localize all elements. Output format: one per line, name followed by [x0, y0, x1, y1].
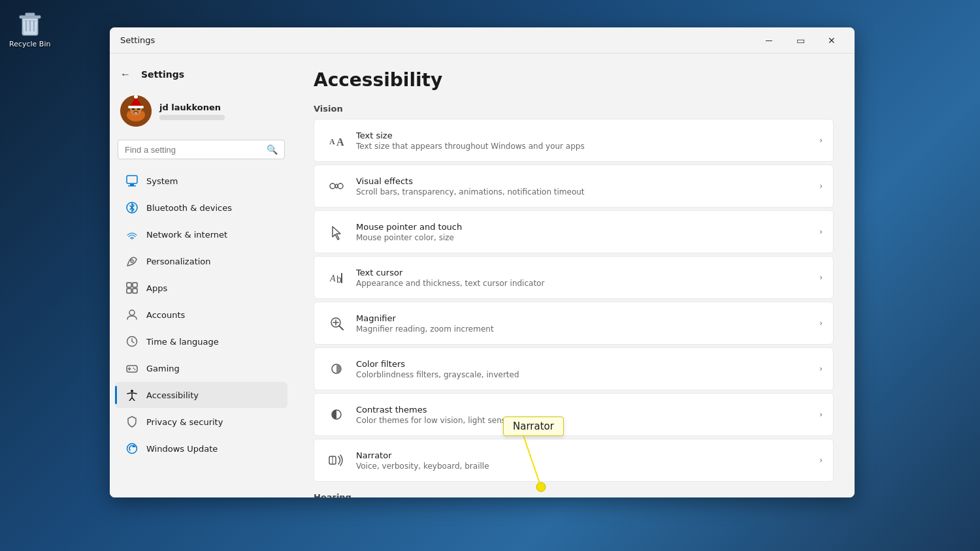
sidebar-item-bluetooth[interactable]: Bluetooth & devices	[115, 195, 287, 221]
sidebar-item-accounts[interactable]: Accounts	[115, 302, 287, 328]
sidebar-item-gaming[interactable]: Gaming	[115, 355, 287, 381]
maximize-button[interactable]: ▭	[785, 30, 815, 51]
user-profile[interactable]: jd laukkonen	[110, 90, 293, 137]
sidebar-item-label-time: Time & language	[146, 337, 219, 347]
bluetooth-icon	[125, 201, 139, 214]
back-button[interactable]: ←	[115, 64, 136, 85]
text-size-text: Text size Text size that appears through…	[356, 131, 814, 151]
sidebar: ← Settings	[110, 54, 293, 497]
svg-rect-16	[128, 106, 144, 108]
nav-list: System Bluetooth & devices	[110, 167, 293, 462]
setting-visual-effects[interactable]: Visual effects Scroll bars, transparency…	[314, 165, 834, 208]
recycle-bin-label: Recycle Bin	[9, 40, 50, 48]
svg-point-22	[131, 238, 133, 239]
minimize-button[interactable]: ─	[754, 30, 784, 51]
avatar	[120, 95, 152, 127]
recycle-bin[interactable]: Recycle Bin	[7, 7, 53, 51]
visual-effects-icon	[325, 174, 348, 198]
magnifier-text: Magnifier Magnifier reading, zoom increm…	[356, 313, 814, 334]
svg-point-14	[135, 112, 138, 114]
color-filters-title: Color filters	[356, 359, 814, 369]
sidebar-item-label-network: Network & internet	[146, 230, 227, 240]
narrator-item-icon	[325, 449, 348, 472]
sidebar-item-privacy[interactable]: Privacy & security	[115, 409, 287, 435]
sidebar-item-personalization[interactable]: Personalization	[115, 248, 287, 274]
user-name: jd laukkonen	[159, 102, 225, 112]
svg-rect-25	[133, 283, 137, 287]
setting-magnifier[interactable]: Magnifier Magnifier reading, zoom increm…	[314, 302, 834, 345]
svg-point-51	[536, 482, 546, 492]
gaming-icon	[125, 362, 139, 375]
magnifier-icon	[325, 311, 348, 335]
narrator-chevron: ›	[819, 456, 823, 465]
title-bar-left: Settings	[120, 35, 155, 45]
sidebar-item-accessibility[interactable]: Accessibility	[115, 382, 287, 408]
magnifier-chevron: ›	[819, 319, 823, 328]
sidebar-item-label-system: System	[146, 176, 178, 186]
sidebar-item-label-gaming: Gaming	[146, 364, 180, 373]
sidebar-item-label-accounts: Accounts	[146, 310, 185, 320]
svg-point-23	[131, 260, 133, 262]
contrast-themes-title: Contrast themes	[356, 405, 814, 415]
narrator-desc: Voice, verbosity, keyboard, braille	[356, 462, 814, 471]
visual-effects-chevron: ›	[819, 181, 823, 191]
sidebar-item-label-bluetooth: Bluetooth & devices	[146, 203, 232, 213]
contrast-themes-chevron: ›	[819, 410, 823, 419]
setting-contrast-themes[interactable]: Contrast themes Color themes for low vis…	[314, 393, 834, 436]
svg-point-40	[330, 183, 335, 189]
search-input[interactable]	[125, 145, 261, 155]
magnifier-desc: Magnifier reading, zoom increment	[356, 324, 814, 334]
sidebar-item-label-apps: Apps	[146, 283, 167, 293]
mouse-pointer-icon	[325, 220, 348, 244]
content-area: ← Settings	[110, 54, 855, 497]
section-hearing: Hearing	[314, 492, 834, 497]
sidebar-item-network[interactable]: Network & internet	[115, 221, 287, 247]
svg-text:b: b	[336, 274, 342, 285]
svg-rect-2	[25, 13, 35, 16]
setting-mouse-pointer[interactable]: Mouse pointer and touch Mouse pointer co…	[314, 210, 834, 253]
svg-rect-26	[127, 289, 131, 293]
sidebar-item-label-accessibility: Accessibility	[146, 390, 199, 400]
search-box[interactable]: 🔍	[118, 140, 285, 159]
desktop: Recycle Bin Settings ─ ▭ ✕ ← Settings	[0, 0, 980, 551]
svg-rect-19	[130, 184, 134, 185]
text-cursor-chevron: ›	[819, 273, 823, 282]
system-icon	[125, 174, 139, 187]
color-filters-text: Color filters Colorblindness filters, gr…	[356, 359, 814, 379]
sidebar-item-label-update: Windows Update	[146, 444, 218, 454]
contrast-themes-text: Contrast themes Color themes for low vis…	[356, 405, 814, 425]
svg-point-35	[131, 390, 133, 392]
title-bar-controls: ─ ▭ ✕	[754, 30, 847, 51]
setting-color-filters[interactable]: Color filters Colorblindness filters, gr…	[314, 347, 834, 390]
update-icon	[125, 442, 139, 455]
sidebar-item-label-privacy: Privacy & security	[146, 417, 223, 427]
visual-effects-desc: Scroll bars, transparency, animations, n…	[356, 187, 814, 197]
text-size-desc: Text size that appears throughout Window…	[356, 142, 814, 151]
svg-point-41	[338, 183, 343, 189]
setting-text-cursor[interactable]: A b Text cursor Appearance and thickness…	[314, 256, 834, 299]
text-cursor-desc: Appearance and thickness, text cursor in…	[356, 279, 814, 288]
text-cursor-title: Text cursor	[356, 268, 814, 277]
narrator-container: Narrator	[314, 439, 834, 482]
sidebar-item-update[interactable]: Windows Update	[115, 435, 287, 462]
setting-text-size[interactable]: A A Text size Text size that appears thr…	[314, 119, 834, 162]
svg-line-46	[339, 326, 343, 330]
accessibility-icon	[125, 388, 139, 401]
color-filters-chevron: ›	[819, 364, 823, 373]
sidebar-item-time[interactable]: Time & language	[115, 328, 287, 354]
sidebar-title: Settings	[141, 69, 184, 80]
magnifier-title: Magnifier	[356, 313, 814, 323]
close-button[interactable]: ✕	[817, 30, 847, 51]
recycle-bin-icon	[17, 9, 43, 38]
sidebar-item-apps[interactable]: Apps	[115, 275, 287, 301]
narrator-title: Narrator	[356, 450, 814, 460]
mouse-pointer-chevron: ›	[819, 227, 823, 236]
narrator-tooltip: Narrator	[503, 417, 564, 436]
setting-narrator[interactable]: Narrator Voice, verbosity, keyboard, bra…	[314, 439, 834, 482]
sidebar-item-system[interactable]: System	[115, 168, 287, 194]
privacy-icon	[125, 415, 139, 428]
color-filters-desc: Colorblindness filters, grayscale, inver…	[356, 370, 814, 379]
svg-point-33	[133, 368, 135, 369]
apps-icon	[125, 281, 139, 294]
text-size-title: Text size	[356, 131, 814, 140]
